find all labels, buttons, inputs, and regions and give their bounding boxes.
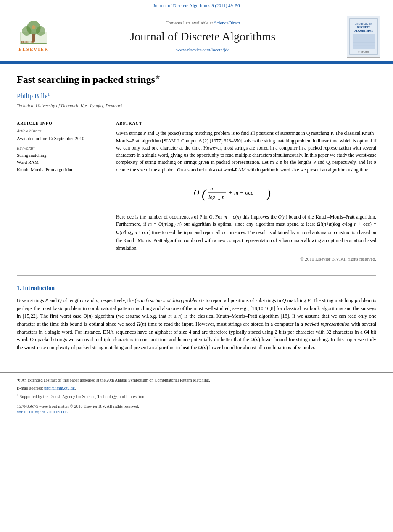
journal-title: Journal of Discrete Algorithms — [59, 28, 347, 45]
svg-text:n: n — [222, 194, 224, 200]
journal-header: ELSEVIER ELSEVIER Contents lists availab… — [0, 11, 393, 62]
sciencedirect-link[interactable]: ScienceDirect — [214, 20, 240, 25]
elsevier-logo: ELSEVIER ELSEVIER — [8, 20, 59, 53]
journal-citation: Journal of Discrete Algorithms 9 (2011) … — [153, 3, 240, 8]
journal-cover-area: JOURNAL OF DISCRETE ALGORITHMS ELSEVIER — [347, 16, 385, 58]
affiliation: Technical University of Denmark, Kgs. Ly… — [17, 103, 376, 109]
elsevier-text: ELSEVIER — [18, 46, 49, 53]
svg-text:n: n — [210, 185, 213, 192]
svg-text:JOURNAL OF: JOURNAL OF — [355, 22, 372, 25]
footer-email: E-mail address: phbi@imm.dtu.dk. — [17, 385, 376, 391]
section-divider — [17, 275, 376, 276]
copyright-line: © 2010 Elsevier B.V. All rights reserved… — [116, 256, 376, 263]
title-star: ★ — [155, 74, 160, 80]
footer-star-symbol: ★ — [17, 378, 21, 382]
footer-doi: doi:10.1016/j.jda.2010.09.003 — [17, 409, 376, 416]
article-footer: ★ An extended abstract of this paper app… — [0, 372, 393, 424]
journal-url-link[interactable]: www.elsevier.com/locate/jda — [176, 47, 229, 52]
elsevier-logo-area: ELSEVIER ELSEVIER — [8, 20, 59, 53]
history-sublabel: Article history: — [17, 128, 102, 134]
svg-text:): ) — [266, 187, 271, 201]
journal-cover-image: JOURNAL OF DISCRETE ALGORITHMS ELSEVIER — [347, 16, 380, 58]
journal-header-center: Contents lists available at ScienceDirec… — [59, 20, 347, 53]
keywords-sublabel: Keywords: — [17, 145, 102, 152]
keyword-1: String matching — [17, 152, 102, 159]
author-name: Philip Bille1 — [17, 91, 376, 101]
article-title: Fast searching in packed strings★ — [17, 72, 376, 87]
svg-text:(: ( — [202, 187, 207, 201]
svg-text:ALGORITHMS: ALGORITHMS — [354, 29, 373, 32]
keyword-2: Word RAM — [17, 159, 102, 166]
article-info-section: ARTICLE INFO Article history: Available … — [17, 116, 376, 267]
svg-text:DISCRETE: DISCRETE — [357, 26, 370, 29]
elsevier-tree-icon: ELSEVIER — [17, 20, 50, 45]
keywords-list: String matching Word RAM Knuth–Morris–Pr… — [17, 152, 102, 173]
cover-svg: JOURNAL OF DISCRETE ALGORITHMS ELSEVIER — [349, 16, 378, 57]
available-online: Available online 16 September 2010 — [17, 135, 102, 142]
keyword-3: Knuth–Morris–Pratt algorithm — [17, 166, 102, 173]
svg-text:log: log — [208, 194, 215, 200]
svg-text:ELSEVIER: ELSEVIER — [21, 40, 34, 43]
contents-line: Contents lists available at ScienceDirec… — [59, 20, 347, 26]
svg-text:O: O — [194, 189, 199, 197]
footer-footnote-1: 1 Supported by the Danish Agency for Sci… — [17, 393, 376, 400]
svg-text:+ m + occ: + m + occ — [229, 190, 254, 196]
formula-svg: O ( n log σ n + m + occ ) . — [192, 179, 301, 205]
email-link[interactable]: phbi@imm.dtu.dk — [44, 386, 75, 390]
svg-point-3 — [36, 26, 45, 36]
abstract-post-formula: Here occ is the number of occurrences of… — [116, 214, 376, 250]
article-abstract: ABSTRACT Given strings P and Q the (exac… — [109, 116, 376, 267]
footer-star-note: ★ An extended abstract of this paper app… — [17, 377, 376, 383]
abstract-text: Given strings P and Q the (exact) string… — [116, 130, 376, 252]
footer-issn: 1570-8667/$ – see front matter © 2010 El… — [17, 403, 376, 410]
svg-point-5 — [32, 25, 35, 29]
article-info-left: ARTICLE INFO Article history: Available … — [17, 116, 109, 267]
formula-block: O ( n log σ n + m + occ ) . — [116, 179, 376, 208]
svg-text:σ: σ — [218, 197, 220, 201]
journal-bar: Journal of Discrete Algorithms 9 (2011) … — [0, 0, 393, 11]
article-body: Fast searching in packed strings★ Philip… — [0, 64, 393, 368]
svg-text:ELSEVIER: ELSEVIER — [358, 51, 369, 53]
introduction-paragraph: Given strings P and Q of length m and n,… — [17, 297, 376, 351]
author-sup: 1 — [47, 92, 50, 96]
doi-link[interactable]: doi:10.1016/j.jda.2010.09.003 — [17, 410, 68, 414]
svg-rect-12 — [353, 34, 375, 49]
journal-url: www.elsevier.com/locate/jda — [59, 47, 347, 53]
abstract-label: ABSTRACT — [116, 121, 376, 127]
svg-point-2 — [22, 26, 31, 36]
svg-text:.: . — [273, 190, 274, 197]
article-info-label: ARTICLE INFO — [17, 121, 102, 127]
introduction-heading: 1. Introduction — [17, 284, 376, 292]
